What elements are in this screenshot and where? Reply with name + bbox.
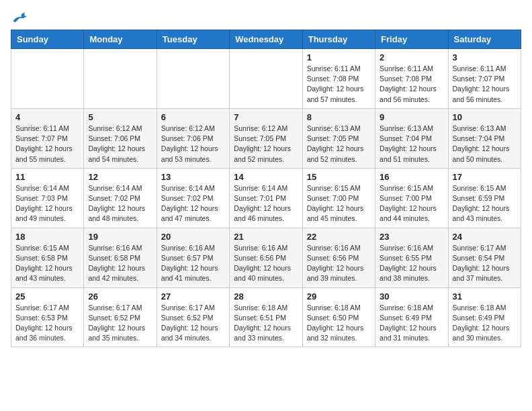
day-info: Sunrise: 6:15 AM Sunset: 7:00 PM Dayligh… [380, 183, 443, 224]
calendar-cell: 13Sunrise: 6:14 AM Sunset: 7:02 PM Dayli… [157, 168, 229, 228]
day-info: Sunrise: 6:16 AM Sunset: 6:58 PM Dayligh… [88, 243, 152, 284]
day-number: 6 [161, 112, 225, 122]
day-info: Sunrise: 6:14 AM Sunset: 7:02 PM Dayligh… [88, 183, 152, 224]
day-number: 9 [380, 112, 443, 122]
day-number: 26 [88, 291, 152, 302]
day-of-week-header: Thursday [302, 30, 375, 49]
calendar-cell: 26Sunrise: 6:17 AM Sunset: 6:52 PM Dayli… [84, 287, 157, 347]
calendar-cell: 25Sunrise: 6:17 AM Sunset: 6:53 PM Dayli… [11, 287, 84, 347]
day-info: Sunrise: 6:18 AM Sunset: 6:49 PM Dayligh… [380, 303, 443, 344]
day-number: 24 [453, 232, 517, 242]
day-info: Sunrise: 6:16 AM Sunset: 6:56 PM Dayligh… [307, 243, 371, 284]
day-number: 23 [380, 232, 443, 242]
calendar-cell: 29Sunrise: 6:18 AM Sunset: 6:50 PM Dayli… [302, 287, 375, 347]
day-info: Sunrise: 6:14 AM Sunset: 7:02 PM Dayligh… [161, 183, 225, 224]
day-number: 25 [15, 291, 79, 302]
day-info: Sunrise: 6:12 AM Sunset: 7:06 PM Dayligh… [88, 124, 152, 165]
day-number: 12 [88, 172, 152, 182]
day-of-week-header: Wednesday [230, 30, 302, 49]
day-info: Sunrise: 6:11 AM Sunset: 7:07 PM Dayligh… [15, 124, 79, 165]
calendar-cell: 15Sunrise: 6:15 AM Sunset: 7:00 PM Dayli… [302, 168, 375, 228]
day-number: 28 [234, 291, 298, 302]
day-number: 2 [380, 52, 443, 62]
calendar-cell: 28Sunrise: 6:18 AM Sunset: 6:51 PM Dayli… [230, 287, 302, 347]
calendar-cell: 22Sunrise: 6:16 AM Sunset: 6:56 PM Dayli… [302, 228, 375, 287]
day-of-week-header: Monday [84, 30, 157, 49]
day-number: 8 [307, 112, 371, 122]
day-info: Sunrise: 6:17 AM Sunset: 6:52 PM Dayligh… [161, 303, 225, 344]
day-info: Sunrise: 6:18 AM Sunset: 6:49 PM Dayligh… [453, 303, 517, 344]
day-info: Sunrise: 6:12 AM Sunset: 7:06 PM Dayligh… [161, 124, 225, 165]
day-info: Sunrise: 6:15 AM Sunset: 6:58 PM Dayligh… [15, 243, 79, 284]
day-number: 5 [88, 112, 152, 122]
page-header [11, 11, 521, 24]
day-number: 27 [161, 291, 225, 302]
day-number: 22 [307, 232, 371, 242]
day-info: Sunrise: 6:14 AM Sunset: 7:01 PM Dayligh… [234, 183, 298, 224]
day-info: Sunrise: 6:16 AM Sunset: 6:55 PM Dayligh… [380, 243, 443, 284]
calendar-cell: 10Sunrise: 6:13 AM Sunset: 7:04 PM Dayli… [448, 108, 521, 168]
day-info: Sunrise: 6:11 AM Sunset: 7:08 PM Dayligh… [307, 64, 371, 105]
day-number: 19 [88, 232, 152, 242]
calendar-cell: 16Sunrise: 6:15 AM Sunset: 7:00 PM Dayli… [375, 168, 448, 228]
calendar-cell: 3Sunrise: 6:11 AM Sunset: 7:07 PM Daylig… [448, 49, 521, 109]
day-info: Sunrise: 6:11 AM Sunset: 7:08 PM Dayligh… [380, 64, 443, 105]
calendar-cell: 27Sunrise: 6:17 AM Sunset: 6:52 PM Dayli… [157, 287, 229, 347]
calendar-week-row: 4Sunrise: 6:11 AM Sunset: 7:07 PM Daylig… [11, 108, 521, 168]
calendar-week-row: 1Sunrise: 6:11 AM Sunset: 7:08 PM Daylig… [11, 49, 521, 109]
day-number: 11 [15, 172, 79, 182]
calendar-cell: 20Sunrise: 6:16 AM Sunset: 6:57 PM Dayli… [157, 228, 229, 287]
day-number: 21 [234, 232, 298, 242]
day-info: Sunrise: 6:13 AM Sunset: 7:04 PM Dayligh… [380, 124, 443, 165]
day-number: 30 [380, 291, 443, 302]
day-info: Sunrise: 6:16 AM Sunset: 6:57 PM Dayligh… [161, 243, 225, 284]
day-info: Sunrise: 6:17 AM Sunset: 6:52 PM Dayligh… [88, 303, 152, 344]
calendar-cell: 14Sunrise: 6:14 AM Sunset: 7:01 PM Dayli… [230, 168, 302, 228]
day-number: 13 [161, 172, 225, 182]
calendar-cell [230, 49, 302, 109]
day-info: Sunrise: 6:17 AM Sunset: 6:53 PM Dayligh… [15, 303, 79, 344]
calendar-cell: 19Sunrise: 6:16 AM Sunset: 6:58 PM Dayli… [84, 228, 157, 287]
calendar-cell: 7Sunrise: 6:12 AM Sunset: 7:05 PM Daylig… [230, 108, 302, 168]
day-number: 16 [380, 172, 443, 182]
day-info: Sunrise: 6:15 AM Sunset: 7:00 PM Dayligh… [307, 183, 371, 224]
calendar-cell: 21Sunrise: 6:16 AM Sunset: 6:56 PM Dayli… [230, 228, 302, 287]
day-number: 3 [453, 52, 517, 62]
logo-bird-icon [12, 11, 28, 24]
calendar-cell: 24Sunrise: 6:17 AM Sunset: 6:54 PM Dayli… [448, 228, 521, 287]
day-number: 15 [307, 172, 371, 182]
day-info: Sunrise: 6:16 AM Sunset: 6:56 PM Dayligh… [234, 243, 298, 284]
day-number: 31 [453, 291, 517, 302]
calendar-week-row: 25Sunrise: 6:17 AM Sunset: 6:53 PM Dayli… [11, 287, 521, 347]
day-of-week-header: Tuesday [157, 30, 229, 49]
calendar-cell: 6Sunrise: 6:12 AM Sunset: 7:06 PM Daylig… [157, 108, 229, 168]
day-of-week-header: Sunday [11, 30, 84, 49]
day-info: Sunrise: 6:18 AM Sunset: 6:50 PM Dayligh… [307, 303, 371, 344]
calendar-table: SundayMondayTuesdayWednesdayThursdayFrid… [11, 30, 521, 347]
day-number: 18 [15, 232, 79, 242]
calendar-cell [11, 49, 84, 109]
day-of-week-header: Saturday [448, 30, 521, 49]
day-of-week-header: Friday [375, 30, 448, 49]
calendar-cell: 9Sunrise: 6:13 AM Sunset: 7:04 PM Daylig… [375, 108, 448, 168]
calendar-cell: 8Sunrise: 6:13 AM Sunset: 7:05 PM Daylig… [302, 108, 375, 168]
calendar-cell [157, 49, 229, 109]
calendar-cell: 5Sunrise: 6:12 AM Sunset: 7:06 PM Daylig… [84, 108, 157, 168]
day-number: 14 [234, 172, 298, 182]
day-info: Sunrise: 6:11 AM Sunset: 7:07 PM Dayligh… [453, 64, 517, 105]
day-number: 29 [307, 291, 371, 302]
day-number: 7 [234, 112, 298, 122]
day-info: Sunrise: 6:14 AM Sunset: 7:03 PM Dayligh… [15, 183, 79, 224]
day-info: Sunrise: 6:13 AM Sunset: 7:04 PM Dayligh… [453, 124, 517, 165]
day-info: Sunrise: 6:13 AM Sunset: 7:05 PM Dayligh… [307, 124, 371, 165]
calendar-week-row: 18Sunrise: 6:15 AM Sunset: 6:58 PM Dayli… [11, 228, 521, 287]
calendar-cell: 12Sunrise: 6:14 AM Sunset: 7:02 PM Dayli… [84, 168, 157, 228]
calendar-cell: 30Sunrise: 6:18 AM Sunset: 6:49 PM Dayli… [375, 287, 448, 347]
calendar-cell: 4Sunrise: 6:11 AM Sunset: 7:07 PM Daylig… [11, 108, 84, 168]
calendar-cell: 11Sunrise: 6:14 AM Sunset: 7:03 PM Dayli… [11, 168, 84, 228]
calendar-cell [84, 49, 157, 109]
day-number: 4 [15, 112, 79, 122]
day-info: Sunrise: 6:17 AM Sunset: 6:54 PM Dayligh… [453, 243, 517, 284]
calendar-header-row: SundayMondayTuesdayWednesdayThursdayFrid… [11, 30, 521, 49]
logo [11, 11, 28, 24]
